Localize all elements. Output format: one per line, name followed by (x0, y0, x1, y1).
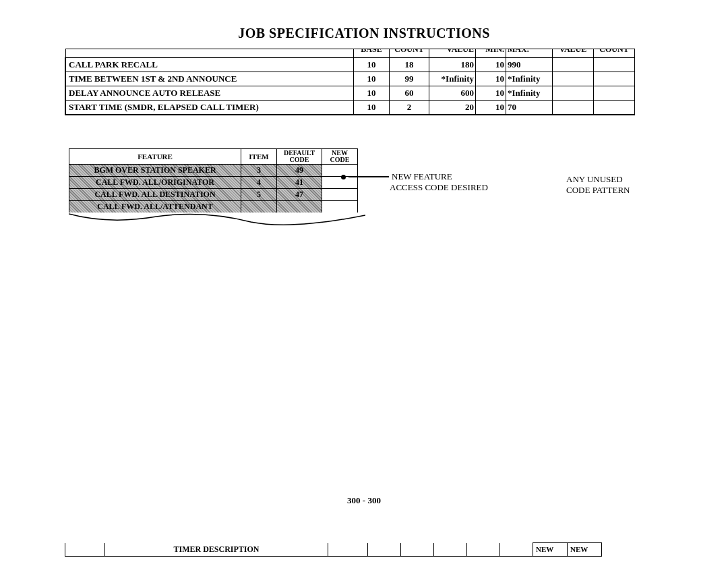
table-row: DELAY ANNOUNCE AUTO RELEASE 10 60 600 10… (65, 86, 635, 101)
callout-right: ANY UNUSED CODE PATTERN (566, 174, 630, 196)
col-base: BASE (354, 49, 390, 58)
bullet-icon (341, 175, 346, 179)
col-count: COUNT (390, 49, 429, 58)
col-min: MIN. (476, 49, 506, 58)
table-row: CALL FWD. ALL/ORIGINATOR 4 41 (69, 177, 358, 189)
feature-table: FEATURE ITEM DEFAULTCODE NEWCODE BGM OVE… (69, 148, 358, 213)
col-newcount: COUNT (594, 49, 635, 58)
col-desc (65, 49, 354, 58)
torn-edge (69, 213, 365, 227)
col-feature: FEATURE (69, 149, 241, 165)
table-row: CALL FWD. ALL/ATTENDANT (69, 201, 358, 213)
col-default-code: DEFAULTCODE (277, 149, 322, 165)
col-new-code: NEWCODE (322, 149, 358, 165)
bottom-table-fragment: TIMER DESCRIPTION NEW NEW (65, 542, 602, 557)
col-newvalue: VALUE (553, 49, 594, 58)
table-row: BGM OVER STATION SPEAKER 3 49 (69, 165, 358, 177)
col-max: MAX. (506, 49, 553, 58)
table-row: START TIME (SMDR, ELAPSED CALL TIMER) 10… (65, 101, 635, 115)
col-value: VALUE (429, 49, 476, 58)
page-title: JOB SPECIFICATION INSTRUCTIONS (0, 0, 728, 41)
col-item: ITEM (241, 149, 277, 165)
timer-table: BASE COUNT VALUE MIN. MAX. VALUE COUNT C… (65, 49, 635, 115)
callout-left: NEW FEATURE ACCESS CODE DESIRED (341, 171, 488, 193)
table-row: TIME BETWEEN 1ST & 2ND ANNOUNCE 10 99 *I… (65, 72, 635, 86)
page-number: 300 - 300 (0, 495, 728, 506)
table-row: CALL FWD. ALL DESTINATION 5 47 (69, 189, 358, 201)
table-row: CALL PARK RECALL 10 18 180 10 990 (65, 58, 635, 72)
